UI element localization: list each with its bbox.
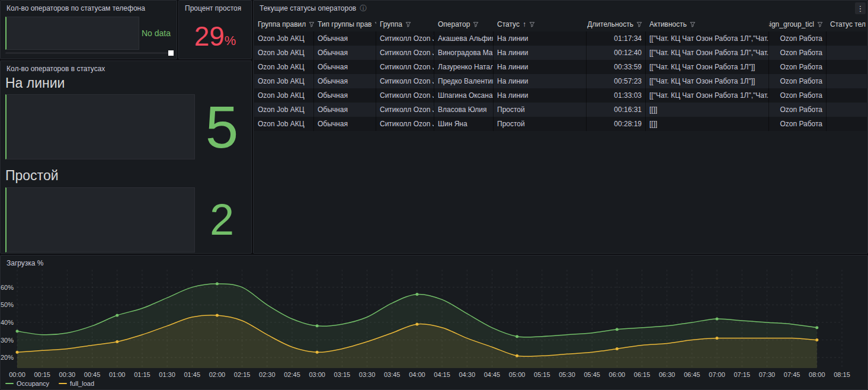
stat-row-online: 5 [1, 94, 251, 159]
table-row-2[interactable]: Ozon Job АКЦОбычнаяСитиколл Ozon JobВино… [254, 46, 867, 60]
panel-title-operators-table: Текущие статусы операторов [260, 4, 356, 12]
panel-menu-button[interactable]: ⋮ [855, 2, 866, 14]
svg-text:01:15: 01:15 [134, 371, 150, 378]
filter-icon[interactable] [374, 21, 376, 27]
no-data-label: No data [142, 28, 171, 38]
filter-icon[interactable] [405, 21, 411, 27]
horizontal-scrollbar[interactable] [5, 52, 169, 54]
svg-text:05:45: 05:45 [584, 371, 600, 378]
column-header-9[interactable]: Статус тел [827, 17, 867, 31]
table-cell: Обычная [314, 103, 376, 117]
table-body: Ozon Job АКЦОбычнаяСитиколл Ozon JobАкаш… [254, 31, 867, 131]
panel-load-chart: Загрузка % 00:0000:1500:3000:4501:0001:1… [0, 255, 868, 390]
filter-icon[interactable] [473, 21, 479, 27]
table-cell [827, 46, 867, 60]
panel-status-counts: Кол-во операторов в статусах На линии 5 … [0, 60, 252, 254]
table-row-5[interactable]: Ozon Job АКЦОбычнаяСитиколл Ozon JobШпаг… [254, 88, 867, 103]
idle-percent-number: 29 [194, 23, 225, 50]
table-row-7[interactable]: Ozon Job АКЦОбычнаяСитиколл Ozon JobШин … [254, 117, 867, 131]
svg-text:06:45: 06:45 [684, 371, 700, 378]
svg-text:06:00: 06:00 [609, 371, 626, 378]
info-icon[interactable]: ⓘ [360, 5, 367, 12]
svg-text:06:15: 06:15 [634, 371, 651, 378]
panel-phone-status: Кол-во операторов по статусам телефона N… [0, 0, 177, 59]
svg-text:07:00: 07:00 [709, 371, 725, 378]
panel-title-idle-percent: Процент простоя [185, 4, 241, 12]
svg-text:04:15: 04:15 [434, 371, 450, 378]
table-cell: [["Чат. КЦ Чат Озон Работа 1Л"]] [646, 60, 769, 74]
table-cell: Ozon Job АКЦ [254, 46, 314, 60]
svg-text:05:00: 05:00 [509, 371, 526, 378]
table-cell: Простой [494, 117, 587, 131]
table-cell: 00:12:40 [587, 46, 646, 60]
table-cell: Ситиколл Ozon Job [376, 60, 434, 74]
table-header-row: Группа правилТип группы правГруппаОперат… [254, 17, 867, 31]
filter-icon[interactable] [636, 21, 642, 27]
svg-text:20%: 20% [1, 354, 14, 361]
legend-item-full-load[interactable]: full_load [59, 380, 94, 387]
table-cell: На линии [494, 88, 587, 103]
table-cell: Обычная [314, 88, 376, 103]
column-header-8[interactable]: assign_group_ticl [769, 17, 827, 31]
table-cell: Ситиколл Ozon Job [376, 103, 434, 117]
table-cell [827, 31, 867, 46]
legend-label-full-load: full_load [70, 380, 94, 387]
svg-text:07:45: 07:45 [784, 371, 800, 378]
table-cell: Предко Валентина [434, 74, 494, 88]
table-cell: 01:33:03 [587, 88, 646, 103]
column-label: Длительность [587, 20, 633, 28]
table-cell: 00:28:19 [587, 117, 646, 131]
table-cell: [[]] [646, 103, 769, 117]
sort-asc-icon: ↑ [523, 20, 526, 28]
table-cell: Виноградова Мария [434, 46, 494, 60]
table-cell: Ozon Job АКЦ [254, 88, 314, 103]
column-header-4[interactable]: Оператор [434, 17, 494, 31]
column-header-3[interactable]: Группа [376, 17, 434, 31]
column-label: Статус тел [830, 20, 866, 28]
table-row-3[interactable]: Ozon Job АКЦОбычнаяСитиколл Ozon JobЛазу… [254, 60, 867, 74]
table-cell: На линии [494, 46, 587, 60]
table-row-6[interactable]: Ozon Job АКЦОбычнаяСитиколл Ozon JobВлас… [254, 103, 867, 117]
legend-item-occupancy[interactable]: Occupancy [5, 380, 49, 387]
filter-icon[interactable] [817, 21, 823, 27]
stat-row-idle: 2 [1, 187, 251, 252]
svg-text:30%: 30% [1, 337, 14, 344]
panel-operators-table: Текущие статусы операторов ⓘ ⋮ Группа пр… [253, 0, 868, 254]
column-label: Группа правил [258, 20, 306, 28]
svg-text:02:45: 02:45 [284, 371, 300, 378]
svg-text:01:00: 01:00 [109, 371, 126, 378]
table-cell: Обычная [314, 60, 376, 74]
load-chart[interactable]: 00:0000:1500:3000:4501:0001:1501:3001:45… [1, 268, 867, 387]
column-header-7[interactable]: Активность [646, 17, 769, 31]
filter-icon[interactable] [529, 21, 535, 27]
table-row-1[interactable]: Ozon Job АКЦОбычнаяСитиколл Ozon JobАкаш… [254, 31, 867, 46]
table-cell [827, 117, 867, 131]
table-cell: Ситиколл Ozon Job [376, 117, 434, 131]
table-row-4[interactable]: Ozon Job АКЦОбычнаяСитиколл Ozon JobПред… [254, 74, 867, 88]
svg-text:08:15: 08:15 [834, 371, 850, 378]
svg-text:01:30: 01:30 [159, 371, 175, 378]
chart-legend: Occupancy full_load [5, 380, 94, 387]
filter-icon[interactable] [690, 21, 696, 27]
scrollbar-thumb[interactable] [168, 50, 174, 56]
table-cell: [["Чат. КЦ Чат Озон Работа 1Л","Чат. КЦ … [646, 46, 769, 60]
stat-label-idle: Простой [5, 168, 251, 183]
svg-text:60%: 60% [1, 284, 14, 291]
svg-text:03:15: 03:15 [334, 371, 351, 378]
filter-icon[interactable] [309, 21, 314, 27]
table-cell: На линии [494, 74, 587, 88]
column-header-1[interactable]: Группа правил [254, 17, 314, 31]
panel-title-load-chart: Загрузка % [7, 259, 44, 267]
table-cell: [["Чат. КЦ Чат Озон Работа 1Л"]] [646, 74, 769, 88]
table-cell [827, 88, 867, 103]
panel-title-phone-status: Кол-во операторов по статусам телефона [7, 4, 145, 12]
column-header-2[interactable]: Тип группы прав [314, 17, 376, 31]
column-header-6[interactable]: Длительность [587, 17, 646, 31]
column-header-5[interactable]: Статус↑ [494, 17, 587, 31]
stat-value-online: 5 [195, 100, 249, 154]
table-cell: Власова Юлия [434, 103, 494, 117]
table-cell: Обычная [314, 46, 376, 60]
table-cell: Ozon Работа [769, 31, 827, 46]
legend-swatch-occupancy [5, 383, 14, 384]
svg-text:03:00: 03:00 [309, 371, 325, 378]
